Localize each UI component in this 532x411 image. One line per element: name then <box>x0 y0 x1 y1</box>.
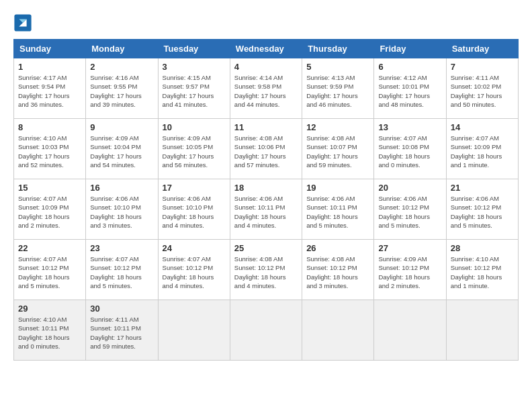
calendar-cell <box>374 300 446 361</box>
day-info: Sunrise: 4:07 AM Sunset: 10:09 PM Daylig… <box>18 194 81 230</box>
calendar-cell: 24Sunrise: 4:07 AM Sunset: 10:12 PM Dayl… <box>158 240 230 300</box>
weekday-header-saturday: Saturday <box>446 40 518 58</box>
calendar-cell: 14Sunrise: 4:07 AM Sunset: 10:09 PM Dayl… <box>446 119 518 179</box>
logo-icon <box>13 13 32 32</box>
day-info: Sunrise: 4:15 AM Sunset: 9:57 PM Dayligh… <box>163 73 226 109</box>
day-number: 11 <box>234 122 298 132</box>
day-number: 21 <box>451 183 514 193</box>
day-info: Sunrise: 4:07 AM Sunset: 10:09 PM Daylig… <box>451 134 514 169</box>
calendar-cell: 17Sunrise: 4:06 AM Sunset: 10:10 PM Dayl… <box>158 179 230 240</box>
day-number: 9 <box>90 122 153 132</box>
day-number: 7 <box>451 62 514 72</box>
day-info: Sunrise: 4:12 AM Sunset: 10:01 PM Daylig… <box>378 73 441 109</box>
calendar-week-row: 15Sunrise: 4:07 AM Sunset: 10:09 PM Dayl… <box>14 179 519 240</box>
calendar-cell: 29Sunrise: 4:10 AM Sunset: 10:11 PM Dayl… <box>14 300 86 361</box>
day-info: Sunrise: 4:10 AM Sunset: 10:03 PM Daylig… <box>18 134 81 169</box>
calendar-cell: 9Sunrise: 4:09 AM Sunset: 10:04 PM Dayli… <box>86 119 158 179</box>
weekday-header-tuesday: Tuesday <box>158 40 230 58</box>
day-info: Sunrise: 4:06 AM Sunset: 10:12 PM Daylig… <box>378 194 441 230</box>
day-number: 4 <box>234 62 298 72</box>
day-info: Sunrise: 4:14 AM Sunset: 9:58 PM Dayligh… <box>234 73 298 109</box>
weekday-header-monday: Monday <box>86 40 158 58</box>
calendar-cell <box>230 300 302 361</box>
day-info: Sunrise: 4:08 AM Sunset: 10:06 PM Daylig… <box>234 134 298 169</box>
day-info: Sunrise: 4:09 AM Sunset: 10:12 PM Daylig… <box>378 255 441 290</box>
day-info: Sunrise: 4:07 AM Sunset: 10:08 PM Daylig… <box>378 134 441 169</box>
calendar-cell: 3Sunrise: 4:15 AM Sunset: 9:57 PM Daylig… <box>158 58 230 119</box>
day-number: 30 <box>90 304 153 314</box>
calendar-cell: 13Sunrise: 4:07 AM Sunset: 10:08 PM Dayl… <box>374 119 446 179</box>
day-info: Sunrise: 4:06 AM Sunset: 10:10 PM Daylig… <box>90 194 153 230</box>
day-info: Sunrise: 4:11 AM Sunset: 10:02 PM Daylig… <box>451 73 514 109</box>
page-header <box>13 13 519 32</box>
day-number: 20 <box>378 183 441 193</box>
day-number: 24 <box>163 243 226 253</box>
calendar-cell: 19Sunrise: 4:06 AM Sunset: 10:11 PM Dayl… <box>302 179 374 240</box>
weekday-header-wednesday: Wednesday <box>230 40 302 58</box>
day-info: Sunrise: 4:13 AM Sunset: 9:59 PM Dayligh… <box>306 73 369 109</box>
calendar-cell: 23Sunrise: 4:07 AM Sunset: 10:12 PM Dayl… <box>86 240 158 300</box>
calendar-cell: 27Sunrise: 4:09 AM Sunset: 10:12 PM Dayl… <box>374 240 446 300</box>
calendar-cell: 8Sunrise: 4:10 AM Sunset: 10:03 PM Dayli… <box>14 119 86 179</box>
day-number: 14 <box>451 122 514 132</box>
day-number: 16 <box>90 183 153 193</box>
day-number: 27 <box>378 243 441 253</box>
calendar-cell: 18Sunrise: 4:06 AM Sunset: 10:11 PM Dayl… <box>230 179 302 240</box>
day-number: 1 <box>18 62 81 72</box>
weekday-header-row: SundayMondayTuesdayWednesdayThursdayFrid… <box>14 40 519 58</box>
day-number: 10 <box>163 122 226 132</box>
calendar-week-row: 8Sunrise: 4:10 AM Sunset: 10:03 PM Dayli… <box>14 119 519 179</box>
calendar-cell: 1Sunrise: 4:17 AM Sunset: 9:54 PM Daylig… <box>14 58 86 119</box>
day-info: Sunrise: 4:16 AM Sunset: 9:55 PM Dayligh… <box>90 73 153 109</box>
calendar-cell: 22Sunrise: 4:07 AM Sunset: 10:12 PM Dayl… <box>14 240 86 300</box>
day-info: Sunrise: 4:17 AM Sunset: 9:54 PM Dayligh… <box>18 73 81 109</box>
calendar-week-row: 1Sunrise: 4:17 AM Sunset: 9:54 PM Daylig… <box>14 58 519 119</box>
calendar-cell <box>302 300 374 361</box>
calendar-cell: 28Sunrise: 4:10 AM Sunset: 10:12 PM Dayl… <box>446 240 518 300</box>
weekday-header-friday: Friday <box>374 40 446 58</box>
day-number: 23 <box>90 243 153 253</box>
day-number: 12 <box>306 122 369 132</box>
calendar-cell: 15Sunrise: 4:07 AM Sunset: 10:09 PM Dayl… <box>14 179 86 240</box>
calendar-cell: 25Sunrise: 4:08 AM Sunset: 10:12 PM Dayl… <box>230 240 302 300</box>
calendar-cell: 4Sunrise: 4:14 AM Sunset: 9:58 PM Daylig… <box>230 58 302 119</box>
calendar-cell: 2Sunrise: 4:16 AM Sunset: 9:55 PM Daylig… <box>86 58 158 119</box>
day-number: 18 <box>234 183 298 193</box>
day-number: 28 <box>451 243 514 253</box>
day-info: Sunrise: 4:06 AM Sunset: 10:10 PM Daylig… <box>163 194 226 230</box>
calendar-cell: 11Sunrise: 4:08 AM Sunset: 10:06 PM Dayl… <box>230 119 302 179</box>
calendar-cell: 6Sunrise: 4:12 AM Sunset: 10:01 PM Dayli… <box>374 58 446 119</box>
calendar-cell: 21Sunrise: 4:06 AM Sunset: 10:12 PM Dayl… <box>446 179 518 240</box>
day-number: 22 <box>18 243 81 253</box>
calendar-week-row: 29Sunrise: 4:10 AM Sunset: 10:11 PM Dayl… <box>14 300 519 361</box>
day-info: Sunrise: 4:06 AM Sunset: 10:11 PM Daylig… <box>234 194 298 230</box>
day-number: 19 <box>306 183 369 193</box>
calendar-week-row: 22Sunrise: 4:07 AM Sunset: 10:12 PM Dayl… <box>14 240 519 300</box>
calendar-cell: 30Sunrise: 4:11 AM Sunset: 10:11 PM Dayl… <box>86 300 158 361</box>
calendar-cell: 26Sunrise: 4:08 AM Sunset: 10:12 PM Dayl… <box>302 240 374 300</box>
day-number: 6 <box>378 62 441 72</box>
day-info: Sunrise: 4:10 AM Sunset: 10:12 PM Daylig… <box>451 255 514 290</box>
day-number: 26 <box>306 243 369 253</box>
day-info: Sunrise: 4:06 AM Sunset: 10:12 PM Daylig… <box>451 194 514 230</box>
calendar-cell: 12Sunrise: 4:08 AM Sunset: 10:07 PM Dayl… <box>302 119 374 179</box>
calendar-cell: 20Sunrise: 4:06 AM Sunset: 10:12 PM Dayl… <box>374 179 446 240</box>
calendar-cell: 7Sunrise: 4:11 AM Sunset: 10:02 PM Dayli… <box>446 58 518 119</box>
day-info: Sunrise: 4:07 AM Sunset: 10:12 PM Daylig… <box>90 255 153 290</box>
day-info: Sunrise: 4:07 AM Sunset: 10:12 PM Daylig… <box>18 255 81 290</box>
weekday-header-thursday: Thursday <box>302 40 374 58</box>
calendar-table: SundayMondayTuesdayWednesdayThursdayFrid… <box>13 39 519 361</box>
day-info: Sunrise: 4:07 AM Sunset: 10:12 PM Daylig… <box>163 255 226 290</box>
day-info: Sunrise: 4:09 AM Sunset: 10:05 PM Daylig… <box>163 134 226 169</box>
day-info: Sunrise: 4:06 AM Sunset: 10:11 PM Daylig… <box>306 194 369 230</box>
calendar-cell: 10Sunrise: 4:09 AM Sunset: 10:05 PM Dayl… <box>158 119 230 179</box>
day-info: Sunrise: 4:11 AM Sunset: 10:11 PM Daylig… <box>90 315 153 351</box>
day-number: 2 <box>90 62 153 72</box>
day-number: 17 <box>163 183 226 193</box>
day-info: Sunrise: 4:08 AM Sunset: 10:12 PM Daylig… <box>306 255 369 290</box>
day-info: Sunrise: 4:10 AM Sunset: 10:11 PM Daylig… <box>18 315 81 351</box>
day-info: Sunrise: 4:08 AM Sunset: 10:07 PM Daylig… <box>306 134 369 169</box>
calendar-cell <box>446 300 518 361</box>
day-number: 5 <box>306 62 369 72</box>
day-number: 25 <box>234 243 298 253</box>
